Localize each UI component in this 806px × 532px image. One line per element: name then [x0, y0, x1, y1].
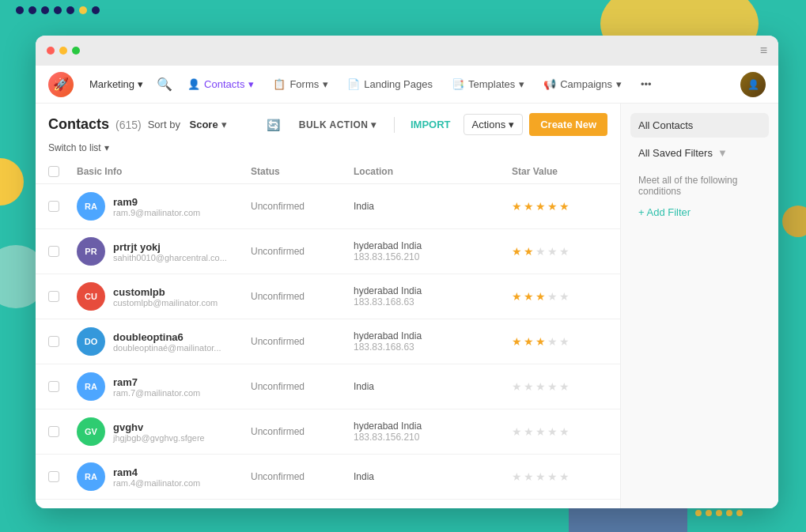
- main-area: Contacts (615) Sort by Score ▾ 🔄 BULK AC…: [36, 104, 778, 508]
- bulk-action-label: BULK ACTION: [299, 119, 369, 130]
- browser-menu-icon[interactable]: ≡: [760, 43, 767, 58]
- contact-avatar: PR: [77, 237, 105, 266]
- bulk-action-button[interactable]: BULK ACTION ▾: [291, 115, 384, 134]
- contacts-nav-item[interactable]: 👤 Contacts ▾: [180, 74, 262, 94]
- import-button[interactable]: IMPORT: [404, 115, 457, 134]
- forms-nav-item[interactable]: 📋 Forms ▾: [265, 74, 336, 94]
- refresh-icon: 🔄: [267, 119, 280, 131]
- marketing-dropdown[interactable]: Marketing ▾: [83, 74, 149, 94]
- templates-label: Templates: [468, 78, 515, 90]
- table-row: GV gvghv jhgjbgb@gvghvg.sfgere Unconfirm…: [36, 409, 620, 455]
- marketing-chevron-icon: ▾: [138, 78, 143, 90]
- status-cell: Unconfirmed: [251, 426, 354, 437]
- row-checkbox-cell: [48, 381, 77, 392]
- row-checkbox-cell: [48, 426, 77, 437]
- avatar-image: 👤: [740, 72, 766, 97]
- star-2: ★: [524, 245, 534, 258]
- row-checkbox[interactable]: [48, 471, 59, 482]
- bg-dot-b2: [706, 510, 712, 516]
- contact-avatar: CU: [77, 282, 105, 311]
- star-1: ★: [512, 290, 522, 303]
- bg-dot-4: [54, 6, 62, 14]
- star-3: ★: [535, 425, 546, 438]
- star-2: ★: [524, 335, 534, 348]
- contacts-title: Contacts: [48, 116, 109, 133]
- status-cell: Unconfirmed: [251, 336, 354, 347]
- landing-pages-nav-item[interactable]: 📄 Landing Pages: [339, 74, 441, 94]
- star-3: ★: [535, 335, 546, 348]
- row-checkbox-cell: [48, 246, 77, 257]
- actions-label: Actions: [472, 119, 506, 130]
- star-4: ★: [547, 425, 558, 438]
- actions-button[interactable]: Actions ▾: [464, 114, 524, 135]
- close-dot[interactable]: [47, 47, 55, 55]
- templates-chevron-icon: ▾: [519, 78, 524, 90]
- contact-email: sahith0010@gharcentral.co...: [113, 253, 227, 262]
- create-new-button[interactable]: Create New: [529, 113, 607, 136]
- stars-cell: ★★★★★: [512, 290, 620, 303]
- maximize-dot[interactable]: [72, 47, 80, 55]
- user-avatar[interactable]: 👤: [740, 72, 766, 97]
- contact-info: customlpb customlpb@mailinator.com: [113, 286, 218, 308]
- add-filter-button[interactable]: + Add Filter: [630, 203, 769, 221]
- star-3: ★: [535, 380, 546, 393]
- bg-dot-b3: [716, 510, 722, 516]
- star-1: ★: [512, 200, 522, 213]
- actions-chevron-icon: ▾: [509, 119, 514, 130]
- switch-to-list[interactable]: Switch to list ▾: [36, 142, 620, 160]
- contact-cell: RA ram9 ram.9@mailinator.com: [77, 192, 251, 221]
- location-cell: India: [354, 471, 512, 482]
- location-cell: hyderabad India183.83.156.210: [354, 240, 512, 262]
- browser-traffic-lights: [47, 47, 80, 55]
- bg-dots-top: [16, 6, 100, 14]
- contact-email: ram.4@mailinator.com: [113, 478, 200, 488]
- contact-name: doubleoptina6: [113, 331, 221, 343]
- minimize-dot[interactable]: [59, 47, 67, 55]
- all-contacts-filter[interactable]: All Contacts: [630, 113, 769, 138]
- bg-dots-bottom: [695, 510, 743, 516]
- row-checkbox[interactable]: [48, 336, 59, 347]
- campaigns-icon: 📢: [543, 78, 556, 90]
- location-ip: 183.83.156.210: [354, 251, 512, 262]
- add-filter-label: + Add Filter: [638, 206, 691, 218]
- row-checkbox[interactable]: [48, 291, 59, 302]
- row-checkbox[interactable]: [48, 381, 59, 392]
- contact-name: gvghv: [113, 421, 205, 433]
- location-ip: 183.83.168.63: [354, 341, 512, 353]
- location-city: India: [354, 471, 512, 482]
- star-1: ★: [512, 380, 522, 393]
- location-city: India: [354, 201, 512, 212]
- star-4: ★: [547, 470, 558, 483]
- search-button[interactable]: 🔍: [153, 73, 176, 96]
- contact-email: jhgjbgb@gvghvg.sfgere: [113, 433, 205, 443]
- contact-name: customlpb: [113, 286, 218, 298]
- bg-dot-b5: [736, 510, 743, 516]
- stars-cell: ★★★★★: [512, 245, 620, 258]
- stars-cell: ★★★★★: [512, 470, 620, 483]
- star-4: ★: [547, 290, 558, 303]
- contact-email: ram.9@mailinator.com: [113, 208, 200, 217]
- forms-chevron-icon: ▾: [323, 78, 328, 90]
- row-checkbox[interactable]: [48, 246, 59, 257]
- bg-dot-7: [92, 6, 100, 14]
- star-3: ★: [535, 290, 546, 303]
- switch-chevron-icon: ▾: [104, 142, 109, 153]
- header-divider: [394, 117, 395, 133]
- row-checkbox[interactable]: [48, 426, 59, 437]
- th-star-value: Star Value: [512, 166, 620, 177]
- star-5: ★: [559, 335, 569, 348]
- row-checkbox[interactable]: [48, 201, 59, 212]
- app-logo[interactable]: 🚀: [48, 72, 74, 97]
- location-cell: India: [354, 201, 512, 212]
- location-city: hyderabad India: [354, 421, 512, 432]
- select-all-checkbox[interactable]: [48, 166, 59, 177]
- campaigns-chevron-icon: ▾: [616, 78, 622, 90]
- saved-filters-item[interactable]: All Saved Filters ▼: [630, 141, 769, 165]
- more-nav-item[interactable]: •••: [633, 74, 660, 94]
- sort-by-control[interactable]: Sort by Score ▾: [148, 119, 227, 130]
- templates-nav-item[interactable]: 📑 Templates ▾: [444, 74, 532, 94]
- campaigns-nav-item[interactable]: 📢 Campaigns ▾: [535, 74, 630, 94]
- table-row: RA ram4 ram.4@mailinator.com Unconfirmed…: [36, 455, 620, 500]
- star-4: ★: [547, 245, 558, 258]
- refresh-button[interactable]: 🔄: [263, 114, 285, 136]
